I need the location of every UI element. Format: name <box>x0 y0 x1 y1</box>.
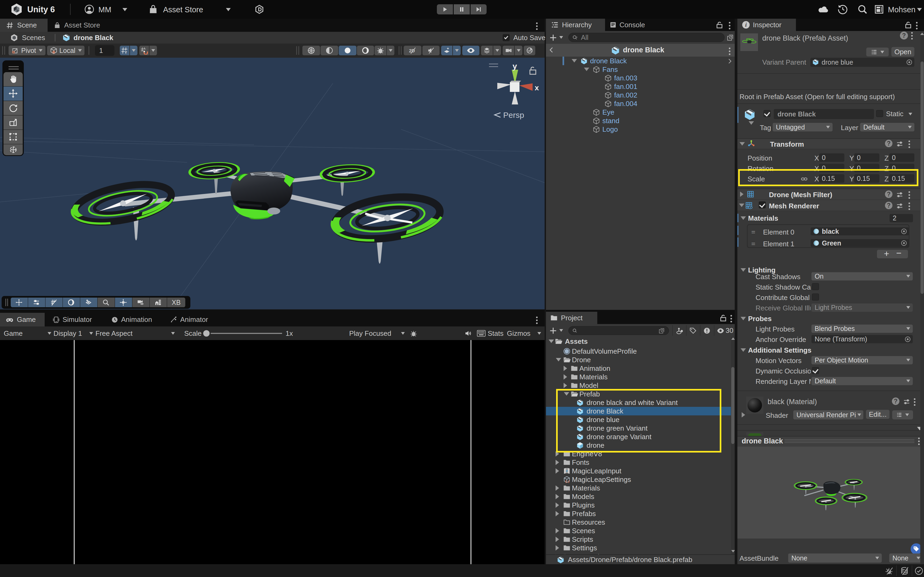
svg-text:y: y <box>512 62 517 71</box>
svg-text:{..}: {..} <box>565 479 569 483</box>
svg-text:Y: Y <box>124 50 127 55</box>
svg-text:x: x <box>535 84 539 92</box>
svg-text:Persp: Persp <box>503 111 524 119</box>
